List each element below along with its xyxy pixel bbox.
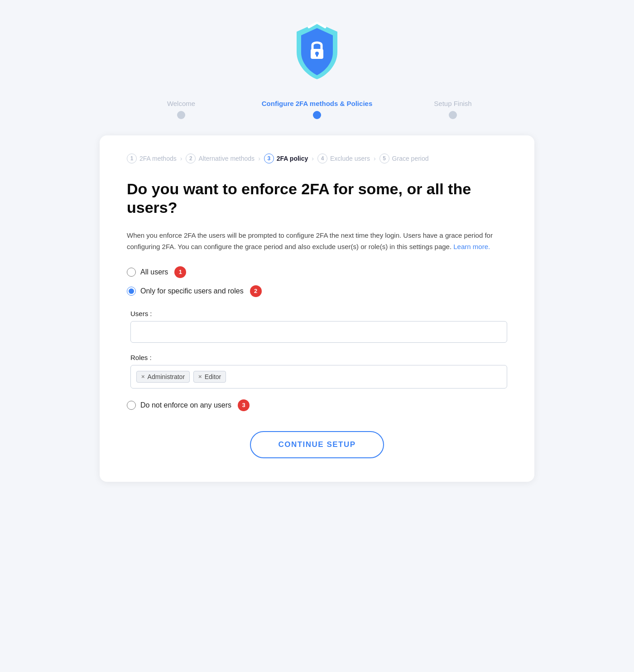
sub-step-exclude-users[interactable]: 4 Exclude users — [317, 154, 370, 163]
radio-specific-users-input[interactable] — [127, 287, 136, 296]
radio-no-enforce[interactable]: Do not enforce on any users 3 — [127, 399, 507, 411]
users-field-group: Users : — [127, 310, 507, 343]
sep-2: › — [258, 155, 260, 162]
sub-step-2-label: Alternative methods — [198, 155, 255, 162]
continue-btn-wrapper: CONTINUE SETUP — [127, 431, 507, 458]
roles-field-label: Roles : — [130, 354, 507, 361]
sub-step-4-num: 4 — [317, 154, 327, 163]
sub-step-3-label: 2FA policy — [277, 155, 308, 162]
description-text: When you enforce 2FA the users will be p… — [127, 230, 507, 253]
sub-step-5-label: Grace period — [392, 155, 429, 162]
step-configure-dot — [313, 111, 321, 119]
radio-group: All users 1 Only for specific users and … — [127, 266, 507, 297]
step-finish: Setup Finish — [385, 100, 521, 119]
radio-all-users-input[interactable] — [127, 268, 136, 277]
sub-step-2fa-policy[interactable]: 3 2FA policy — [264, 154, 308, 163]
radio-all-users-label: All users — [140, 268, 168, 276]
continue-setup-button[interactable]: CONTINUE SETUP — [250, 431, 384, 458]
radio-specific-users-badge: 2 — [250, 285, 262, 297]
sub-step-1-num: 1 — [127, 154, 137, 163]
roles-tags-input[interactable]: × Administrator × Editor — [130, 365, 507, 389]
users-input[interactable] — [130, 321, 507, 343]
shield-logo-icon — [290, 18, 344, 82]
main-card: 1 2FA methods › 2 Alternative methods › … — [100, 135, 534, 482]
radio-all-users-badge: 1 — [174, 266, 186, 278]
sub-step-4-label: Exclude users — [330, 155, 370, 162]
svg-rect-2 — [316, 54, 318, 57]
roles-field-group: Roles : × Administrator × Editor — [127, 354, 507, 389]
description-body: When you enforce 2FA the users will be p… — [127, 231, 493, 251]
main-heading: Do you want to enforce 2FA for some, or … — [127, 180, 507, 217]
sub-step-3-num: 3 — [264, 154, 274, 163]
sub-step-2fa-methods[interactable]: 1 2FA methods — [127, 154, 177, 163]
sub-step-grace-period[interactable]: 5 Grace period — [379, 154, 429, 163]
step-finish-label: Setup Finish — [434, 100, 471, 107]
tag-administrator-label: Administrator — [148, 373, 185, 380]
sub-step-5-num: 5 — [379, 154, 389, 163]
sub-stepper: 1 2FA methods › 2 Alternative methods › … — [127, 154, 507, 163]
tag-administrator-remove[interactable]: × — [141, 373, 145, 380]
step-configure-label: Configure 2FA methods & Policies — [262, 100, 372, 107]
logo-container — [290, 18, 344, 83]
radio-all-users[interactable]: All users 1 — [127, 266, 507, 278]
step-configure: Configure 2FA methods & Policies — [249, 100, 385, 119]
tag-editor: × Editor — [193, 371, 226, 383]
tag-editor-label: Editor — [205, 373, 221, 380]
main-stepper: Welcome Configure 2FA methods & Policies… — [113, 100, 521, 119]
radio-no-enforce-badge: 3 — [238, 399, 250, 411]
step-welcome: Welcome — [113, 100, 249, 119]
sep-4: › — [374, 155, 376, 162]
step-welcome-label: Welcome — [167, 100, 195, 107]
sep-1: › — [180, 155, 183, 162]
step-finish-dot — [449, 111, 457, 119]
sep-3: › — [312, 155, 314, 162]
radio-group-no-enforce: Do not enforce on any users 3 — [127, 399, 507, 411]
users-field-label: Users : — [130, 310, 507, 317]
radio-specific-users[interactable]: Only for specific users and roles 2 — [127, 285, 507, 297]
radio-no-enforce-label: Do not enforce on any users — [140, 401, 231, 409]
tag-administrator: × Administrator — [136, 371, 190, 383]
sub-step-2-num: 2 — [186, 154, 196, 163]
tag-editor-remove[interactable]: × — [198, 373, 202, 380]
learn-more-link[interactable]: Learn more. — [453, 243, 490, 250]
step-welcome-dot — [177, 111, 185, 119]
radio-no-enforce-input[interactable] — [127, 401, 136, 410]
radio-specific-users-label: Only for specific users and roles — [140, 287, 244, 295]
sub-step-alt-methods[interactable]: 2 Alternative methods — [186, 154, 255, 163]
sub-step-1-label: 2FA methods — [139, 155, 177, 162]
